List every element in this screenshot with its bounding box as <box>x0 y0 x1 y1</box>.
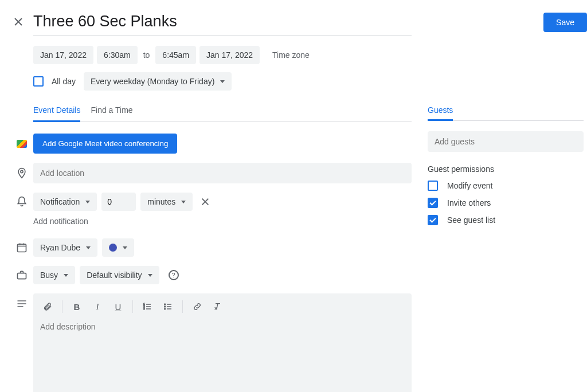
availability-dropdown[interactable]: Busy <box>33 266 75 284</box>
svg-point-0 <box>21 170 23 173</box>
see-guest-list-label: See guest list <box>447 215 495 225</box>
end-time-picker[interactable]: 6:45am <box>155 46 196 64</box>
italic-button[interactable]: I <box>88 297 107 316</box>
see-guest-list-checkbox[interactable] <box>428 215 438 225</box>
end-date-picker[interactable]: Jan 17, 2022 <box>199 46 260 64</box>
chevron-down-icon <box>86 246 91 249</box>
calendar-owner-value: Ryan Dube <box>40 243 80 252</box>
event-title-input[interactable] <box>33 10 412 35</box>
add-notification-button[interactable]: Add notification <box>33 217 423 226</box>
tab-event-details[interactable]: Event Details <box>33 105 80 122</box>
calendar-icon <box>10 242 33 253</box>
svg-rect-1 <box>18 244 26 252</box>
event-color-dropdown[interactable] <box>102 238 134 257</box>
color-dot-icon <box>109 244 117 252</box>
svg-point-6 <box>165 304 166 305</box>
chevron-down-icon <box>181 201 186 203</box>
chevron-down-icon <box>85 201 90 203</box>
start-time-picker[interactable]: 6:30am <box>97 46 138 64</box>
allday-checkbox[interactable] <box>33 76 44 87</box>
recurrence-value: Every weekday (Monday to Friday) <box>91 77 214 86</box>
bulleted-list-button[interactable] <box>158 297 178 316</box>
remove-notification-button[interactable] <box>197 194 213 210</box>
clear-formatting-button[interactable] <box>208 297 228 316</box>
end-time-value: 6:45am <box>162 50 189 60</box>
chevron-down-icon <box>64 274 68 277</box>
save-button[interactable]: Save <box>543 13 587 32</box>
visibility-value: Default visibility <box>87 271 142 280</box>
add-meet-button[interactable]: Add Google Meet video conferencing <box>33 134 177 154</box>
calendar-owner-dropdown[interactable]: Ryan Dube <box>33 238 97 257</box>
description-textarea[interactable] <box>33 320 412 392</box>
svg-text:3: 3 <box>143 307 145 310</box>
underline-button[interactable]: U <box>108 297 128 316</box>
toolbar-divider <box>182 300 183 313</box>
chevron-down-icon <box>123 246 127 249</box>
start-date-picker[interactable]: Jan 17, 2022 <box>33 46 93 64</box>
chevron-down-icon <box>148 274 152 277</box>
allday-label[interactable]: All day <box>52 77 76 86</box>
modify-event-label: Modify event <box>447 181 492 190</box>
description-container: B I U 123 <box>33 293 412 392</box>
guest-permissions-title: Guest permissions <box>428 164 584 174</box>
add-guests-input[interactable] <box>428 131 584 152</box>
recurrence-dropdown[interactable]: Every weekday (Monday to Friday) <box>84 72 232 91</box>
modify-event-checkbox[interactable] <box>428 181 438 191</box>
visibility-dropdown[interactable]: Default visibility <box>80 266 159 284</box>
toolbar-divider <box>132 300 133 313</box>
svg-point-7 <box>165 306 166 307</box>
close-icon[interactable] <box>10 14 26 30</box>
notification-value-input[interactable] <box>101 193 136 211</box>
end-date-value: Jan 17, 2022 <box>206 50 253 60</box>
chevron-down-icon <box>220 80 225 83</box>
start-date-value: Jan 17, 2022 <box>40 50 87 60</box>
notification-unit-value: minutes <box>147 197 175 206</box>
tab-find-a-time[interactable]: Find a Time <box>91 105 132 121</box>
help-icon[interactable]: ? <box>169 270 179 280</box>
notification-unit-dropdown[interactable]: minutes <box>140 193 193 211</box>
numbered-list-button[interactable]: 123 <box>138 297 157 316</box>
notification-type-dropdown[interactable]: Notification <box>33 193 97 211</box>
briefcase-icon <box>10 269 33 281</box>
svg-rect-2 <box>18 273 26 279</box>
link-button[interactable] <box>187 297 207 316</box>
description-icon <box>10 298 33 309</box>
svg-point-8 <box>165 308 166 309</box>
guests-header: Guests <box>428 105 453 121</box>
availability-value: Busy <box>40 271 58 280</box>
to-label: to <box>141 50 152 60</box>
notification-type-value: Notification <box>40 197 80 206</box>
start-time-value: 6:30am <box>104 50 131 60</box>
bell-icon <box>10 196 33 207</box>
meet-icon <box>10 140 33 148</box>
location-input[interactable] <box>33 163 412 183</box>
bold-button[interactable]: B <box>67 297 87 316</box>
invite-others-checkbox[interactable] <box>428 198 438 208</box>
title-divider <box>33 35 412 36</box>
toolbar-divider <box>62 300 62 313</box>
timezone-button[interactable]: Time zone <box>270 50 312 60</box>
invite-others-label: Invite others <box>447 198 491 207</box>
location-icon <box>10 167 33 179</box>
attach-button[interactable] <box>38 297 57 316</box>
